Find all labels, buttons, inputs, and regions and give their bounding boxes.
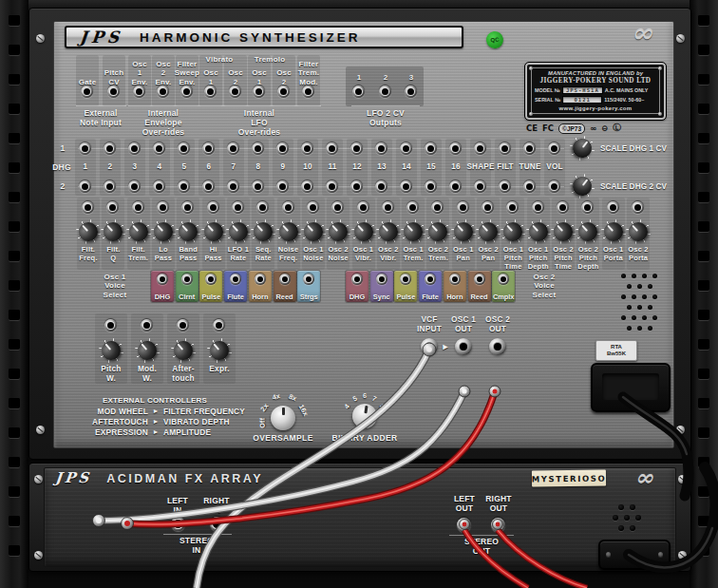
voice-select-jack[interactable]: [498, 274, 509, 285]
mod-knob-osc-2-trem[interactable]: [425, 219, 450, 244]
patch-input-jack[interactable]: [180, 85, 193, 98]
dhg2-jack[interactable]: [252, 180, 264, 193]
mod-knob-filt-q[interactable]: [101, 219, 125, 244]
voice-cell-osc2-cmplx[interactable]: Cmplx: [492, 271, 515, 302]
dhg2-jack[interactable]: [301, 180, 313, 193]
dhg1-jack[interactable]: [474, 142, 486, 155]
voice-cell-osc2-reed[interactable]: Reed: [468, 271, 491, 302]
dhg2-jack[interactable]: [523, 180, 536, 193]
voice-cell-osc1-horn[interactable]: Horn: [249, 271, 272, 302]
patch-input-jack[interactable]: [81, 85, 93, 98]
mod-knob-osc-2-porta[interactable]: [626, 219, 651, 244]
scale-dhg-1-knob[interactable]: [570, 136, 595, 161]
dhg2-jack[interactable]: [425, 180, 437, 193]
dhg2-jack[interactable]: [227, 180, 239, 193]
mod-cv-jack[interactable]: [557, 201, 569, 214]
dhg1-jack[interactable]: [252, 142, 264, 155]
mod-cv-jack[interactable]: [232, 201, 244, 214]
controller-cv-jack[interactable]: [104, 319, 117, 332]
mod-cv-jack[interactable]: [632, 201, 644, 214]
dhg2-jack[interactable]: [474, 180, 486, 193]
voice-cell-osc2-flute[interactable]: Flute: [419, 271, 442, 302]
mod-knob-filt-trem[interactable]: [126, 219, 151, 244]
patch-input-jack[interactable]: [302, 85, 314, 98]
dhg1-jack[interactable]: [153, 142, 165, 155]
patch-input-jack[interactable]: [253, 85, 265, 98]
mod-knob-osc-2-noise[interactable]: [326, 219, 350, 244]
dhg2-jack[interactable]: [400, 180, 412, 193]
mod-cv-jack[interactable]: [157, 201, 169, 214]
voice-cell-osc1-strgs[interactable]: Strgs: [297, 271, 320, 302]
mod-cv-jack[interactable]: [357, 201, 369, 214]
mod-cv-jack[interactable]: [307, 201, 319, 214]
mod-knob-band-pass[interactable]: [176, 219, 200, 244]
mod-knob-osc-2-pitch-time[interactable]: [551, 219, 576, 244]
voice-cell-osc2-sync[interactable]: Sync: [370, 271, 393, 302]
mod-knob-hi-pass[interactable]: [201, 219, 226, 244]
dhg1-jack[interactable]: [449, 142, 462, 155]
dhg2-jack[interactable]: [104, 180, 116, 193]
osc1-out-jack[interactable]: [455, 338, 472, 355]
oversample-switch[interactable]: [271, 406, 295, 430]
dhg1-jack[interactable]: [548, 142, 560, 155]
dhg1-jack[interactable]: [276, 142, 289, 155]
dhg1-jack[interactable]: [301, 142, 313, 155]
dhg1-jack[interactable]: [499, 142, 511, 155]
dhg1-jack[interactable]: [128, 142, 141, 155]
mod-knob-osc-1-trem[interactable]: [401, 219, 425, 244]
voice-cell-osc2-pulse[interactable]: Pulse: [394, 271, 417, 302]
controller-knob-after--touch[interactable]: [171, 338, 196, 363]
voice-select-jack[interactable]: [474, 274, 485, 285]
voice-cell-osc1-pulse[interactable]: Pulse: [199, 271, 222, 302]
patch-input-jack[interactable]: [229, 85, 241, 98]
mod-knob-osc-1-noise[interactable]: [301, 219, 326, 244]
lfo2-output-jack[interactable]: [352, 85, 365, 98]
mod-cv-jack[interactable]: [607, 201, 619, 214]
osc2-out-jack[interactable]: [489, 338, 506, 355]
dhg2-jack[interactable]: [350, 180, 363, 193]
patch-input-jack[interactable]: [133, 85, 145, 98]
mod-knob-osc-1-vibr[interactable]: [351, 219, 376, 244]
mod-knob-filt-freq[interactable]: [76, 219, 101, 244]
dhg1-jack[interactable]: [400, 142, 412, 155]
dhg2-jack[interactable]: [326, 180, 338, 193]
dhg1-jack[interactable]: [104, 142, 116, 155]
voice-select-jack[interactable]: [230, 274, 241, 285]
controller-cv-jack[interactable]: [213, 319, 225, 332]
patch-input-jack[interactable]: [277, 85, 290, 98]
mod-knob-osc-2-vibr[interactable]: [376, 219, 401, 244]
dhg1-jack[interactable]: [227, 142, 239, 155]
mod-knob-lo-pass[interactable]: [151, 219, 176, 244]
voice-cell-osc1-flute[interactable]: Flute: [224, 271, 247, 302]
left-out-jack[interactable]: [457, 518, 471, 532]
mod-cv-jack[interactable]: [207, 201, 219, 214]
vcf-input-jack[interactable]: [421, 338, 438, 355]
controller-cv-jack[interactable]: [177, 319, 189, 332]
mod-knob-osc-2-pan[interactable]: [476, 219, 501, 244]
voice-cell-osc1-dhg[interactable]: DHG: [151, 271, 174, 302]
voice-select-jack[interactable]: [449, 274, 461, 285]
dhg1-jack[interactable]: [178, 142, 190, 155]
mod-knob-osc-1-pan[interactable]: [451, 219, 476, 244]
dhg1-jack[interactable]: [375, 142, 387, 155]
dhg1-jack[interactable]: [350, 142, 363, 155]
voice-select-jack[interactable]: [425, 274, 436, 285]
mod-knob-noise-freq[interactable]: [276, 219, 301, 244]
dhg2-jack[interactable]: [375, 180, 387, 193]
mod-cv-jack[interactable]: [457, 201, 469, 214]
voice-cell-osc1-reed[interactable]: Reed: [274, 271, 296, 302]
voice-select-jack[interactable]: [400, 274, 411, 285]
mod-cv-jack[interactable]: [282, 201, 294, 214]
mod-knob-seq-rate[interactable]: [251, 219, 275, 244]
dhg2-jack[interactable]: [548, 180, 560, 193]
controller-cv-jack[interactable]: [141, 319, 153, 332]
patch-input-jack[interactable]: [157, 85, 169, 98]
mod-cv-jack[interactable]: [132, 201, 144, 214]
right-out-jack[interactable]: [491, 518, 505, 532]
dhg1-jack[interactable]: [425, 142, 437, 155]
patch-input-jack[interactable]: [204, 85, 217, 98]
dhg2-jack[interactable]: [79, 180, 91, 193]
left-in-jack[interactable]: [171, 517, 185, 531]
dhg2-jack[interactable]: [499, 180, 511, 193]
voice-select-jack[interactable]: [205, 274, 217, 285]
